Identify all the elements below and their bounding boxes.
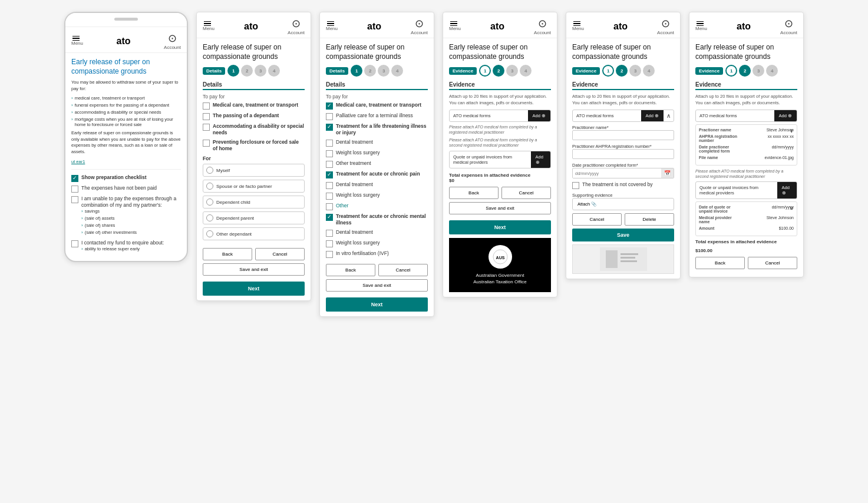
s3-cb-11[interactable] <box>326 230 333 237</box>
read-more-link[interactable]: ut ear1 <box>71 159 85 164</box>
s3-cb-2[interactable] <box>326 124 333 131</box>
s4-back-button[interactable]: Back <box>449 187 499 199</box>
s6-cancel-button[interactable]: Cancel <box>748 257 797 269</box>
s2-radio-3[interactable]: Dependent parent <box>203 211 305 224</box>
s6-quote-expand-icon[interactable]: ∨ <box>790 205 794 211</box>
s4-account-area[interactable]: ⊙ Account <box>534 17 551 35</box>
s4-save-exit-button[interactable]: Save and exit <box>449 202 551 214</box>
s6-menu-area[interactable]: Menu <box>695 21 707 32</box>
s2-cancel-button[interactable]: Cancel <box>255 248 305 260</box>
s5-practitioner-input[interactable] <box>572 130 674 140</box>
s2-radio-4[interactable]: Other dependant <box>203 227 305 240</box>
s3-cb-8[interactable] <box>326 193 333 200</box>
s2-step-3[interactable]: 3 <box>255 65 266 77</box>
s5-calendar-icon[interactable]: 📅 <box>661 168 674 178</box>
s3-cb-13[interactable] <box>326 251 333 258</box>
s4-add-btn-0[interactable]: Add ⊕ <box>528 110 550 121</box>
s3-back-button[interactable]: Back <box>326 264 375 276</box>
checklist-checkbox-3[interactable] <box>71 240 78 247</box>
s3-save-exit-button[interactable]: Save and exit <box>326 279 428 292</box>
s4-next-button[interactable]: Next <box>449 220 551 234</box>
s3-cb-10[interactable] <box>326 214 333 221</box>
s3-cb-6[interactable] <box>326 171 333 178</box>
s3-step-1[interactable]: 1 <box>351 65 362 77</box>
s5-ahpra-input[interactable] <box>572 149 674 159</box>
s2-save-exit-button[interactable]: Save and exit <box>203 263 305 276</box>
s2-radio-1[interactable]: Spouse or de facto partner <box>203 180 305 193</box>
s2-radio-0[interactable]: Myself <box>203 164 305 177</box>
s2-cb-2[interactable] <box>203 124 210 131</box>
s4-step-4[interactable]: 4 <box>520 65 532 77</box>
s5-collapse-icon[interactable]: ∧ <box>664 110 674 121</box>
s4-cancel-button[interactable]: Cancel <box>501 187 551 199</box>
s6-step-4[interactable]: 4 <box>766 65 778 77</box>
s5-step-3[interactable]: 3 <box>629 65 641 77</box>
s5-date-input[interactable] <box>573 169 661 178</box>
s6-step-1[interactable]: 1 <box>725 65 737 77</box>
s4-step-1[interactable]: 1 <box>479 65 491 77</box>
s5-add-btn-0[interactable]: Add ⊕ <box>641 110 664 121</box>
s5-step-4[interactable]: 4 <box>643 65 655 77</box>
s3-step-3[interactable]: 3 <box>378 65 390 77</box>
menu-area[interactable]: Menu <box>71 36 83 47</box>
s2-checkbox-2: Accommodating a disability or special ne… <box>203 123 305 136</box>
s3-cb-3[interactable] <box>326 140 333 147</box>
s6-add-btn-0[interactable]: Add ⊕ <box>774 110 797 121</box>
s3-cb-1[interactable] <box>326 113 333 120</box>
s4-step-2[interactable]: 2 <box>493 65 504 77</box>
s4-btn-row: Back Cancel <box>449 187 551 199</box>
s5-delete-button[interactable]: Delete <box>625 213 674 226</box>
s2-step-2[interactable]: 2 <box>241 65 253 77</box>
s2-cb-1[interactable] <box>203 113 210 120</box>
s2-step-4[interactable]: 4 <box>268 65 280 77</box>
s6-quote-btn[interactable]: Add ⊕ <box>777 182 797 198</box>
s4-menu-area[interactable]: Menu <box>449 21 461 32</box>
s5-not-covered-cb[interactable] <box>572 182 579 189</box>
bullet-4: › mortgage costs when you are at risk of… <box>71 117 181 127</box>
account-area[interactable]: ⊙ Account <box>164 32 181 50</box>
s3-checkbox-5: Other treatment <box>326 160 428 168</box>
s2-radio-2[interactable]: Dependent child <box>203 196 305 209</box>
checklist-checkbox-1[interactable] <box>71 186 78 193</box>
checklist-checkbox-2[interactable] <box>71 196 78 203</box>
s5-step-2[interactable]: 2 <box>616 65 628 77</box>
s3-cb-5[interactable] <box>326 161 333 168</box>
s6-account-area[interactable]: ⊙ Account <box>780 17 797 35</box>
s3-account-area[interactable]: ⊙ Account <box>411 17 428 35</box>
s2-back-button[interactable]: Back <box>203 248 252 260</box>
s5-account-area[interactable]: ⊙ Account <box>657 17 674 35</box>
s4-stepper: Evidence 1 2 3 4 <box>449 65 551 77</box>
s3-cb-7[interactable] <box>326 182 333 189</box>
s5-save-button[interactable]: Save <box>572 229 674 241</box>
show-checklist-checkbox[interactable] <box>71 175 78 182</box>
s6-expand-icon[interactable]: ∨ <box>790 128 794 134</box>
s3-cb-label-10: Treatment for acute or chronic mental il… <box>336 213 428 226</box>
s3-cb-0[interactable] <box>326 102 333 110</box>
s6-step-3[interactable]: 3 <box>753 65 764 77</box>
s2-cb-0[interactable] <box>203 102 210 110</box>
s5-step-1[interactable]: 1 <box>602 65 614 77</box>
s5-attach-button[interactable]: Attach 📎 <box>572 198 674 210</box>
s3-step-4[interactable]: 4 <box>391 65 403 77</box>
s6-btn-row: Back Cancel <box>695 257 797 269</box>
s6-back-button[interactable]: Back <box>695 257 745 269</box>
s6-step-2[interactable]: 2 <box>739 65 751 77</box>
s5-menu-area[interactable]: Menu <box>572 21 584 32</box>
s3-menu-area[interactable]: Menu <box>326 21 338 32</box>
s3-cb-9[interactable] <box>326 203 333 210</box>
s2-account-area[interactable]: ⊙ Account <box>288 17 305 35</box>
s3-next-button[interactable]: Next <box>326 297 428 312</box>
s5-cancel-button[interactable]: Cancel <box>572 213 622 226</box>
s2-step-1[interactable]: 1 <box>227 65 239 77</box>
s3-account-icon: ⊙ <box>415 17 424 30</box>
s3-cb-12[interactable] <box>326 240 333 247</box>
s3-step-2[interactable]: 2 <box>364 65 376 77</box>
s4-add-btn-1[interactable]: Add ⊕ <box>531 151 551 168</box>
s2-radio-label-3: Dependent parent <box>216 216 254 221</box>
s2-next-button[interactable]: Next <box>203 282 305 296</box>
s4-step-3[interactable]: 3 <box>506 65 518 77</box>
s3-cancel-button[interactable]: Cancel <box>378 264 428 276</box>
s2-cb-3[interactable] <box>203 140 210 147</box>
s3-cb-4[interactable] <box>326 150 333 157</box>
s2-menu-area[interactable]: Menu <box>203 21 214 32</box>
